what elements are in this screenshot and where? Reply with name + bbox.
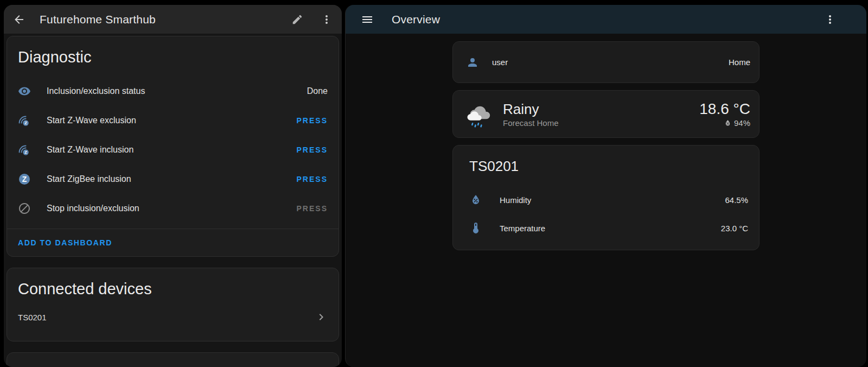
right-app-bar: Overview [346,5,866,34]
row-inclusion-status[interactable]: Inclusion/exclusion status Done [18,77,328,106]
edit-button[interactable] [291,13,304,26]
row-label: Inclusion/exclusion status [47,86,307,96]
press-button[interactable]: PRESS [297,145,328,154]
menu-button[interactable] [361,13,374,26]
weather-condition: Rainy [503,101,559,117]
connected-devices-title: Connected devices [18,279,328,299]
row-stop-inclusion[interactable]: Stop inclusion/exclusion PRESS [18,194,328,223]
hamburger-icon [361,13,374,26]
temperature-row[interactable]: Temperature 23.0 °C [462,214,750,242]
device-name: TS0201 [18,313,315,322]
connected-devices-card: Connected devices TS0201 [7,268,339,341]
z-wave-icon: Z [18,143,31,156]
back-button[interactable] [12,13,25,26]
device-settings-window: Futurehome Smarthub Diagnostic Inclusion… [4,5,342,367]
row-label: Start ZigBee inclusion [47,174,297,184]
overflow-menu-button[interactable] [320,13,333,26]
row-label: Start Z-Wave exclusion [47,116,297,125]
weather-rainy-icon [465,100,493,128]
page-title: Futurehome Smarthub [40,13,156,26]
dots-vertical-icon [824,13,837,26]
dots-vertical-icon [320,13,333,26]
row-zwave-inclusion[interactable]: Z Start Z-Wave inclusion PRESS [18,135,328,164]
press-button-disabled: PRESS [297,204,328,213]
svg-text:Z: Z [24,121,27,125]
left-scroll-area[interactable]: Diagnostic Inclusion/exclusion status Do… [4,34,342,367]
press-button[interactable]: PRESS [297,175,328,184]
diagnostic-rows: Inclusion/exclusion status Done Z Start … [18,77,328,223]
overflow-menu-button[interactable] [824,13,837,26]
automations-title: Automations [18,364,105,367]
humidity-icon [469,193,482,206]
press-button[interactable]: PRESS [297,116,328,125]
weather-subtitle: Forecast Home [503,118,559,128]
svg-text:Z: Z [22,175,27,184]
device-card-title: TS0201 [469,157,750,175]
row-label: Temperature [500,224,721,233]
svg-text:Z: Z [24,150,27,155]
weather-card[interactable]: Rainy Forecast Home 18.6 °C 94% [452,90,760,138]
humidity-row[interactable]: Humidity 64.5% [462,186,750,214]
row-zigbee-inclusion[interactable]: Z Start ZigBee inclusion PRESS [18,164,328,194]
automations-card: Automations [7,352,339,367]
eye-icon [18,85,31,98]
row-label: Start Z-Wave inclusion [47,145,297,155]
user-card[interactable]: user Home [452,41,760,83]
weather-humidity: 94% [734,118,750,128]
thermometer-icon [469,222,482,235]
arrow-left-icon [12,13,25,26]
z-wave-icon: Z [18,114,31,127]
row-value: 64.5% [725,195,748,205]
row-value: Done [307,86,328,96]
connected-device-row[interactable]: TS0201 [18,304,328,330]
row-label: Humidity [500,195,725,205]
diagnostic-footer: ADD TO DASHBOARD [18,229,328,256]
cancel-icon [18,202,31,215]
weather-temperature: 18.6 °C [699,101,750,117]
device-card: TS0201 Humidity 64.5% Temperature [452,145,760,250]
dashboard-scroll-area[interactable]: user Home [346,34,866,367]
chevron-right-icon [315,311,328,324]
diagnostic-card: Diagnostic Inclusion/exclusion status Do… [7,36,339,257]
add-to-dashboard-button[interactable]: ADD TO DASHBOARD [18,238,112,247]
dashboard-title: Overview [392,13,440,26]
row-label: Stop inclusion/exclusion [47,204,297,213]
row-value: 23.0 °C [721,224,748,233]
user-state: Home [729,58,750,67]
pencil-icon [291,14,303,26]
zigbee-icon: Z [18,173,31,186]
diagnostic-title: Diagnostic [18,47,328,67]
water-percent-icon [724,119,732,127]
row-zwave-exclusion[interactable]: Z Start Z-Wave exclusion PRESS [18,106,328,135]
dashboard-window: Overview user Home [345,5,866,367]
account-icon [462,56,483,69]
left-app-bar: Futurehome Smarthub [4,5,342,34]
user-name: user [492,58,508,67]
